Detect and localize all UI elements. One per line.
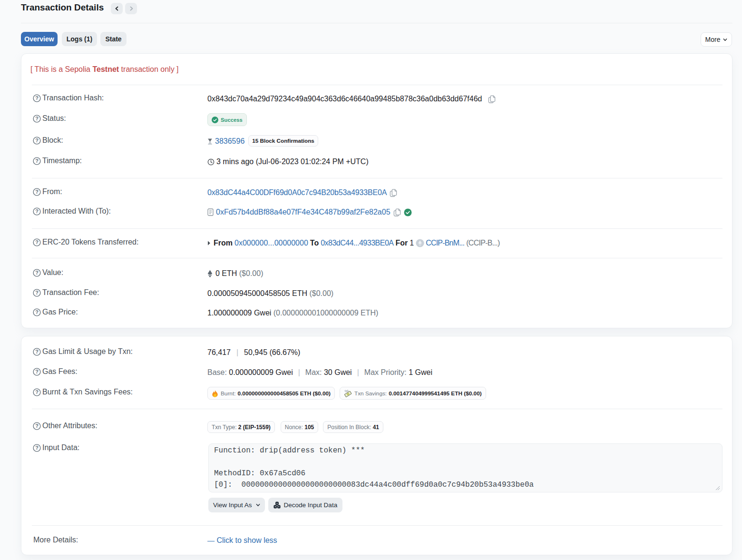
svg-text:?: ? xyxy=(35,158,39,164)
svg-text:?: ? xyxy=(35,208,39,214)
svg-text:?: ? xyxy=(35,290,39,295)
svg-text:?: ? xyxy=(35,138,39,143)
svg-text:?: ? xyxy=(35,349,39,354)
svg-text:?: ? xyxy=(35,95,39,101)
svg-text:?: ? xyxy=(35,189,39,195)
svg-text:?: ? xyxy=(35,369,39,374)
svg-text:?: ? xyxy=(35,445,39,451)
svg-text:?: ? xyxy=(35,309,39,315)
svg-text:?: ? xyxy=(35,239,39,245)
svg-text:?: ? xyxy=(35,423,39,429)
svg-text:?: ? xyxy=(35,270,39,275)
svg-text:?: ? xyxy=(35,116,39,121)
svg-text:?: ? xyxy=(35,389,39,395)
